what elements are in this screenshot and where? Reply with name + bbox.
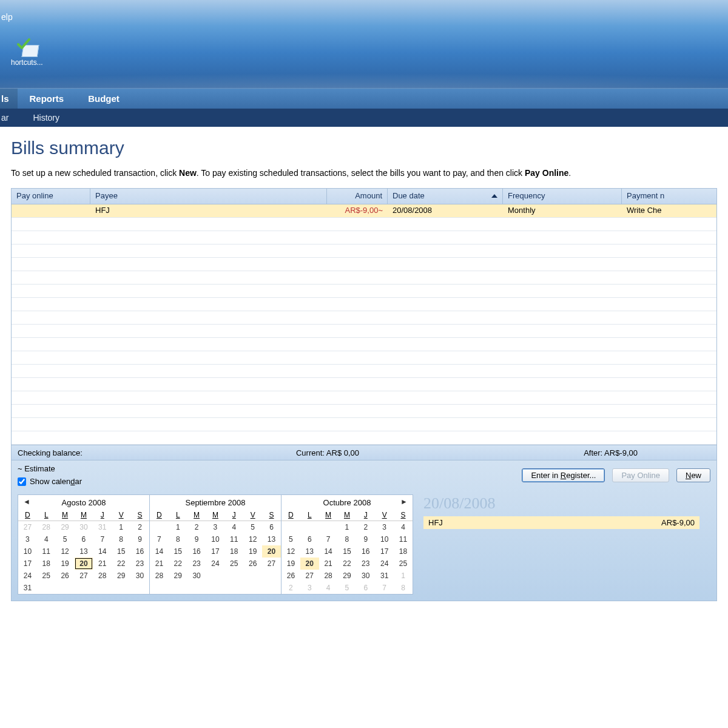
calendar-day[interactable]: 27 <box>300 570 319 582</box>
tab-bills[interactable]: ls <box>0 89 18 109</box>
pay-online-button[interactable]: Pay Online <box>612 468 669 482</box>
calendar-day[interactable]: 31 <box>93 521 112 534</box>
calendar-day[interactable]: 2 <box>356 521 375 534</box>
calendar-day[interactable]: 17 <box>206 545 225 558</box>
calendar-day[interactable]: 16 <box>356 545 375 558</box>
calendar-day[interactable]: 7 <box>150 533 169 545</box>
calendar-day[interactable] <box>206 570 225 582</box>
calendar-day[interactable]: 3 <box>300 582 319 594</box>
calendar-day[interactable]: 18 <box>394 545 413 558</box>
calendar-day[interactable]: 21 <box>319 558 338 570</box>
calendar-day[interactable]: 25 <box>224 558 243 570</box>
calendar-day[interactable] <box>37 582 56 594</box>
calendar-day[interactable]: 22 <box>338 558 357 570</box>
col-frequency[interactable]: Frequency <box>503 189 622 204</box>
calendar-day[interactable]: 12 <box>281 545 300 558</box>
calendar-prev-icon[interactable]: ◄ <box>22 497 32 506</box>
calendar-day[interactable] <box>93 582 112 594</box>
calendar-day[interactable]: 1 <box>338 521 357 534</box>
calendar-day[interactable]: 18 <box>37 558 56 570</box>
calendar-day[interactable] <box>56 582 75 594</box>
calendar-day[interactable]: 30 <box>187 570 206 582</box>
calendar-day[interactable]: 12 <box>56 545 75 558</box>
calendar-day[interactable]: 27 <box>262 558 281 570</box>
tab-reports[interactable]: Reports <box>18 89 76 109</box>
calendar-day[interactable]: 28 <box>319 570 338 582</box>
calendar-day[interactable]: 31 <box>18 582 37 594</box>
calendar-day[interactable]: 14 <box>150 545 169 558</box>
calendar-day[interactable] <box>281 521 300 534</box>
col-pay-online[interactable]: Pay online <box>12 189 90 204</box>
calendar-day[interactable]: 5 <box>281 533 300 545</box>
calendar-day[interactable]: 25 <box>37 570 56 582</box>
calendar-day[interactable]: 25 <box>394 558 413 570</box>
calendar-day[interactable]: 15 <box>169 545 187 558</box>
calendar-day[interactable]: 6 <box>356 582 375 594</box>
calendar-day[interactable]: 21 <box>150 558 169 570</box>
calendar-day[interactable]: 13 <box>300 545 319 558</box>
calendar-day[interactable]: 3 <box>18 533 37 545</box>
calendar-day[interactable]: 4 <box>394 521 413 534</box>
calendar-day[interactable] <box>75 582 93 594</box>
calendar-day[interactable]: 18 <box>224 545 243 558</box>
calendar-day[interactable]: 4 <box>319 582 338 594</box>
calendar-day[interactable]: 20 <box>300 558 319 570</box>
calendar-day[interactable]: 22 <box>169 558 187 570</box>
calendar-day[interactable]: 4 <box>224 521 243 534</box>
calendar-day[interactable]: 19 <box>243 545 262 558</box>
calendar-day[interactable]: 30 <box>75 521 93 534</box>
calendar-day[interactable]: 9 <box>187 533 206 545</box>
calendar-day[interactable] <box>224 570 243 582</box>
calendar-day[interactable]: 5 <box>338 582 357 594</box>
calendar-day[interactable]: 10 <box>18 545 37 558</box>
calendar-day[interactable]: 24 <box>375 558 394 570</box>
calendar-day[interactable]: 29 <box>338 570 357 582</box>
calendar-day[interactable]: 27 <box>75 570 93 582</box>
calendar-day[interactable]: 13 <box>262 533 281 545</box>
col-payment-method[interactable]: Payment n <box>622 189 716 204</box>
calendar-day[interactable]: 9 <box>356 533 375 545</box>
calendar-day[interactable]: 13 <box>75 545 93 558</box>
calendar-day[interactable]: 26 <box>243 558 262 570</box>
calendar-day[interactable]: 28 <box>150 570 169 582</box>
calendar-day[interactable]: 14 <box>93 545 112 558</box>
col-amount[interactable]: Amount <box>327 189 388 204</box>
calendar-day[interactable]: 7 <box>319 533 338 545</box>
calendar-next-icon[interactable]: ► <box>399 497 409 506</box>
calendar-day[interactable]: 2 <box>281 582 300 594</box>
calendar-day[interactable]: 8 <box>112 533 130 545</box>
col-due-date[interactable]: Due date <box>388 189 503 204</box>
calendar-day[interactable]: 29 <box>112 570 130 582</box>
calendar-day[interactable]: 7 <box>93 533 112 545</box>
calendar-day[interactable]: 21 <box>93 558 112 570</box>
calendar-day[interactable]: 11 <box>224 533 243 545</box>
calendar-day[interactable]: 17 <box>18 558 37 570</box>
table-row[interactable]: HFJAR$-9,00~20/08/2008MonthlyWrite Che <box>12 204 716 218</box>
calendar-day[interactable] <box>150 521 169 534</box>
calendar-day[interactable]: 26 <box>56 570 75 582</box>
calendar-day[interactable]: 3 <box>206 521 225 534</box>
enter-register-button[interactable]: Enter in Register... <box>522 468 605 482</box>
tab-budget[interactable]: Budget <box>76 89 132 109</box>
calendar-day[interactable]: 12 <box>243 533 262 545</box>
calendar-day[interactable]: 15 <box>338 545 357 558</box>
calendar-day[interactable]: 1 <box>112 521 130 534</box>
menu-help[interactable]: elp <box>1 12 13 22</box>
calendar-day[interactable]: 22 <box>112 558 130 570</box>
calendar-day[interactable]: 16 <box>130 545 149 558</box>
calendar-day[interactable]: 8 <box>394 582 413 594</box>
calendar-day[interactable]: 10 <box>375 533 394 545</box>
calendar-day[interactable]: 24 <box>18 570 37 582</box>
calendar-day[interactable]: 20 <box>262 545 281 558</box>
calendar-day[interactable]: 17 <box>375 545 394 558</box>
calendar-day[interactable]: 29 <box>56 521 75 534</box>
calendar-day[interactable]: 15 <box>112 545 130 558</box>
calendar-day[interactable]: 1 <box>169 521 187 534</box>
calendar-day[interactable]: 11 <box>394 533 413 545</box>
calendar-day[interactable]: 28 <box>37 521 56 534</box>
calendar-day[interactable] <box>300 521 319 534</box>
calendar-day[interactable]: 1 <box>394 570 413 582</box>
calendar-day[interactable]: 5 <box>243 521 262 534</box>
calendar-day[interactable]: 29 <box>169 570 187 582</box>
calendar-day[interactable]: 8 <box>338 533 357 545</box>
